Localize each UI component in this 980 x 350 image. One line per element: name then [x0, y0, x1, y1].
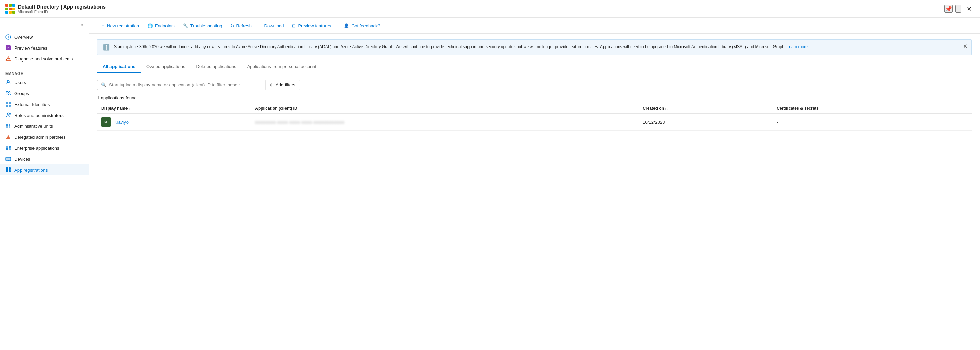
svg-rect-18	[8, 126, 10, 128]
sort-arrows-created: ↑↓	[665, 107, 668, 110]
main-layout: « i Overview P	[0, 18, 980, 350]
app-name-link[interactable]: Klaviyo	[114, 119, 129, 125]
sidebar-item-overview[interactable]: i Overview	[0, 32, 89, 42]
header-subtitle: Microsoft Entra ID	[18, 10, 106, 14]
svg-point-6	[7, 80, 9, 83]
download-icon: ↓	[260, 23, 262, 29]
banner-text: Starting June 30th, 2020 we will no long…	[114, 44, 966, 50]
banner-learn-more-link[interactable]: Learn more	[787, 45, 808, 49]
groups-icon	[5, 91, 11, 96]
sidebar-item-devices[interactable]: Devices	[0, 153, 89, 164]
sidebar-item-label: App registrations	[14, 167, 48, 173]
feedback-icon: 👤	[344, 23, 349, 29]
svg-rect-21	[8, 146, 11, 148]
sidebar-divider	[0, 65, 89, 66]
refresh-button[interactable]: ↻ Refresh	[227, 21, 255, 30]
column-app-id: Application (client) ID	[251, 103, 638, 114]
preview-features-button[interactable]: ⊡ Preview features	[289, 21, 334, 30]
pin-button[interactable]: 📌	[945, 5, 953, 13]
collapse-button[interactable]: «	[79, 21, 84, 29]
preview-features-icon: ⊡	[292, 23, 296, 29]
svg-rect-11	[6, 105, 8, 107]
table-header: Display name ↑↓ Application (client) ID …	[97, 103, 972, 114]
search-box[interactable]: 🔍	[97, 80, 261, 90]
tab-owned-applications[interactable]: Owned applications	[141, 60, 191, 73]
delegated-admin-icon	[5, 134, 11, 140]
display-name-sort[interactable]: Display name ↑↓	[101, 106, 132, 111]
table-body: KL Klaviyo xxxxxxxx-xxxx-xxxx-xxxx-xxxxx…	[97, 114, 972, 130]
svg-marker-19	[6, 135, 10, 139]
svg-point-8	[8, 92, 10, 93]
app-client-id-value: xxxxxxxx-xxxx-xxxx-xxxx-xxxxxxxxxxxx	[255, 119, 344, 125]
column-created-on: Created on ↑↓	[638, 103, 772, 114]
svg-text:i: i	[8, 35, 9, 39]
svg-rect-16	[8, 124, 10, 126]
more-button[interactable]: ···	[955, 5, 961, 13]
manage-section-label: Manage	[0, 67, 89, 77]
sidebar-item-delegated-admin[interactable]: Delegated admin partners	[0, 132, 89, 143]
roles-icon	[5, 113, 11, 118]
search-input[interactable]	[109, 83, 258, 88]
troubleshooting-button[interactable]: 🔧 Troubleshooting	[180, 21, 226, 30]
endpoints-icon: 🌐	[147, 23, 153, 29]
got-feedback-button[interactable]: 👤 Got feedback?	[340, 21, 383, 30]
sidebar-item-enterprise-apps[interactable]: Enterprise applications	[0, 143, 89, 153]
sidebar-item-users[interactable]: Users	[0, 77, 89, 88]
add-filters-button[interactable]: ⊕ Add filters	[265, 80, 300, 90]
results-count: 1 applications found	[97, 95, 972, 100]
sidebar-item-groups[interactable]: Groups	[0, 88, 89, 99]
sidebar-item-label: Groups	[14, 91, 29, 96]
svg-rect-10	[8, 102, 11, 104]
content-area: ＋ New registration 🌐 Endpoints 🔧 Trouble…	[89, 18, 980, 350]
tab-personal-account-applications[interactable]: Applications from personal account	[242, 60, 322, 73]
svg-rect-27	[6, 167, 8, 170]
enterprise-apps-icon	[5, 145, 11, 151]
close-button[interactable]: ✕	[964, 4, 975, 14]
svg-rect-30	[8, 170, 11, 172]
svg-rect-20	[6, 146, 8, 148]
tab-deleted-applications[interactable]: Deleted applications	[191, 60, 242, 73]
toolbar-separator	[337, 22, 337, 30]
header: Default Directory | App registrations Mi…	[0, 0, 980, 18]
diagnose-icon	[5, 56, 11, 62]
sidebar-item-external-identities[interactable]: External Identities	[0, 99, 89, 110]
refresh-icon: ↻	[231, 23, 234, 29]
sort-arrows: ↑↓	[128, 107, 132, 110]
app-client-id-cell: xxxxxxxx-xxxx-xxxx-xxxx-xxxxxxxxxxxx	[251, 114, 638, 130]
svg-rect-22	[6, 148, 8, 150]
external-identities-icon	[5, 102, 11, 107]
app-avatar: KL	[101, 117, 111, 127]
svg-text:P: P	[7, 46, 9, 49]
created-on-sort[interactable]: Created on ↑↓	[643, 106, 668, 111]
endpoints-button[interactable]: 🌐 Endpoints	[144, 21, 178, 30]
column-display-name: Display name ↑↓	[97, 103, 251, 114]
sidebar-item-label: Overview	[14, 35, 33, 40]
waffle-icon[interactable]	[5, 4, 15, 14]
tab-all-applications[interactable]: All applications	[97, 60, 141, 73]
new-registration-button[interactable]: ＋ New registration	[97, 21, 143, 31]
column-certs-secrets: Certificates & secrets	[772, 103, 972, 114]
sidebar-item-preview-features[interactable]: P Preview features	[0, 42, 89, 53]
svg-rect-28	[8, 167, 11, 170]
certs-secrets-cell: -	[772, 114, 972, 130]
download-button[interactable]: ↓ Download	[256, 21, 287, 30]
sidebar-item-label: Devices	[14, 156, 30, 162]
svg-rect-25	[6, 158, 10, 160]
banner-close-button[interactable]: ✕	[963, 43, 967, 49]
applications-table: Display name ↑↓ Application (client) ID …	[97, 103, 972, 130]
sidebar-item-label: Users	[14, 80, 26, 85]
toolbar: ＋ New registration 🌐 Endpoints 🔧 Trouble…	[89, 18, 980, 34]
sidebar-item-label: Delegated admin partners	[14, 135, 66, 140]
sidebar-item-diagnose[interactable]: Diagnose and solve problems	[0, 53, 89, 64]
sidebar-collapse: «	[0, 18, 89, 32]
sidebar-item-admin-units[interactable]: Administrative units	[0, 121, 89, 132]
sidebar-item-label: External Identities	[14, 102, 49, 107]
search-icon: 🔍	[101, 83, 107, 88]
add-filters-icon: ⊕	[270, 83, 274, 88]
header-actions: 📌 ··· ✕	[945, 4, 975, 14]
header-main-title: Default Directory | App registrations	[18, 4, 106, 10]
svg-point-13	[8, 113, 9, 115]
sidebar-item-roles[interactable]: Roles and administrators	[0, 110, 89, 121]
svg-rect-9	[6, 102, 8, 104]
sidebar-item-app-registrations[interactable]: App registrations	[0, 164, 89, 175]
